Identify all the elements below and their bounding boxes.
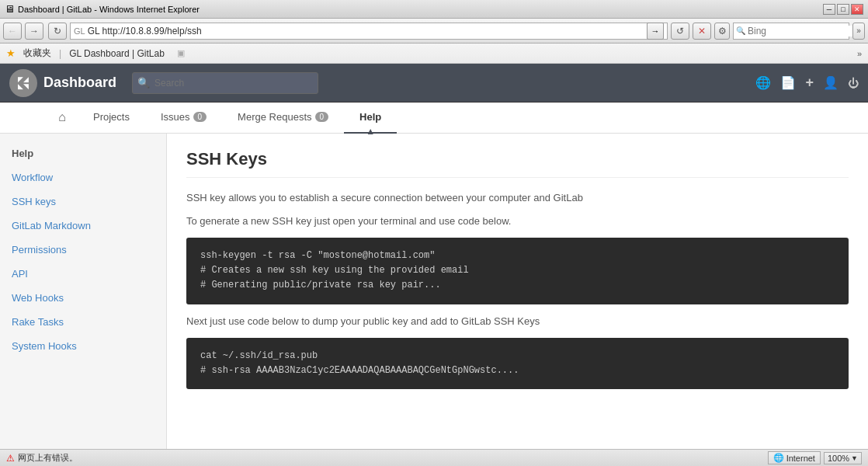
browser-search-container: 🔍 → (733, 23, 849, 40)
status-zoom[interactable]: 100% ▼ (824, 452, 862, 464)
favorites-item-gitlab[interactable]: GL Dashboard | GitLab (64, 47, 169, 60)
description-2: To generate a new SSH key just open your… (186, 214, 849, 229)
globe-button[interactable]: 🌐 (755, 75, 771, 90)
content-area: SSH Keys SSH key allows you to establish… (167, 134, 868, 449)
sidebar-title: Help (0, 141, 166, 165)
more-tools-button[interactable]: » (852, 23, 865, 40)
status-zone[interactable]: 🌐 Internet (768, 451, 821, 464)
sidebar-item-rake-tasks[interactable]: Rake Tasks (0, 310, 166, 334)
sidebar-item-workflow[interactable]: Workflow (0, 165, 166, 190)
sidebar: Help Workflow SSH keys GitLab Markdown P… (0, 134, 167, 449)
tools-button[interactable]: ⚙ (714, 23, 730, 40)
browser-search-input[interactable] (748, 26, 864, 37)
back-button[interactable]: ← (3, 23, 22, 40)
issues-badge: 0 (193, 112, 207, 122)
stop-button[interactable]: ✕ (693, 23, 711, 40)
browser-navbar: ← → ↻ GL → ↺ ✕ ⚙ 🔍 → » (0, 19, 868, 43)
status-left: ⚠ 网页上有错误。 (6, 452, 78, 464)
header-actions: 🌐 📄 + 👤 ⏻ (755, 75, 859, 91)
favorites-label: 收藏夹 (19, 46, 56, 61)
sidebar-item-api[interactable]: API (0, 262, 166, 286)
description-1: SSH key allows you to establish a secure… (186, 190, 849, 206)
merge-requests-badge: 0 (315, 112, 329, 122)
zoom-text: 100% (828, 454, 849, 463)
app-nav: ⌂ Projects Issues 0 Merge Requests 0 Hel… (0, 103, 868, 134)
zoom-arrow-icon: ▼ (851, 454, 858, 462)
favorites-separator: | (59, 48, 61, 59)
main-content: Help Workflow SSH keys GitLab Markdown P… (0, 134, 868, 449)
sidebar-item-permissions[interactable]: Permissions (0, 238, 166, 262)
code-block-1: ssh-keygen -t rsa -C "mostone@hotmail.co… (186, 238, 849, 304)
sidebar-item-ssh-keys[interactable]: SSH keys (0, 190, 166, 214)
forward-button[interactable]: → (25, 23, 43, 40)
favorites-more[interactable]: » (857, 49, 862, 58)
address-bar-container: GL → (70, 23, 668, 40)
status-error-text: 网页上有错误。 (18, 452, 78, 464)
go-button[interactable]: → (647, 23, 664, 40)
doc-button[interactable]: 📄 (780, 75, 796, 90)
tab-indicator: ▣ (177, 48, 185, 58)
nav-issues-label: Issues (161, 111, 190, 123)
refresh-nav-button[interactable]: ↺ (671, 23, 689, 40)
nav-merge-requests[interactable]: Merge Requests 0 (222, 103, 344, 134)
user-button[interactable]: 👤 (823, 75, 838, 90)
nav-active-arrow: ▲ (366, 126, 375, 137)
description-3: Next just use code below to dump your pu… (186, 314, 849, 329)
minimize-button[interactable]: ─ (823, 4, 835, 15)
nav-help-label: Help (359, 111, 381, 123)
nav-home[interactable]: ⌂ (47, 103, 78, 134)
status-right: 🌐 Internet 100% ▼ (768, 451, 862, 464)
maximize-button[interactable]: □ (837, 4, 849, 15)
refresh-button[interactable]: ↻ (48, 23, 67, 40)
nav-merge-requests-label: Merge Requests (238, 111, 311, 123)
favorites-star-icon: ★ (6, 47, 16, 59)
sidebar-item-system-hooks[interactable]: System Hooks (0, 334, 166, 358)
window-controls: ─ □ ✕ (823, 4, 863, 15)
header-search: 🔍 (132, 72, 318, 94)
app-title: Dashboard (43, 75, 116, 91)
close-button[interactable]: ✕ (851, 4, 863, 15)
browser-titlebar: 🖥 Dashboard | GitLab - Windows Internet … (0, 0, 868, 19)
code-block-2: cat ~/.ssh/id_rsa.pub # ssh-rsa AAAAB3Nz… (186, 338, 849, 389)
home-icon: ⌂ (58, 110, 66, 124)
power-button[interactable]: ⏻ (848, 77, 859, 89)
favorites-bar: ★ 收藏夹 | GL Dashboard | GitLab ▣ » (0, 43, 868, 64)
zone-text: Internet (786, 454, 815, 463)
nav-help[interactable]: Help ▲ (344, 103, 397, 134)
browser-icon: 🖥 (5, 3, 15, 15)
app-logo: ◤◢ ◣◥ Dashboard (9, 69, 116, 97)
status-warning-icon: ⚠ (6, 453, 15, 464)
logo-bottom: ◣◥ (18, 83, 29, 90)
address-icon: GL (74, 26, 85, 36)
app-header: ◤◢ ◣◥ Dashboard 🔍 🌐 📄 + 👤 ⏻ (0, 64, 868, 103)
zone-icon: 🌐 (773, 453, 784, 463)
browser-title: Dashboard | GitLab - Windows Internet Ex… (18, 5, 200, 14)
header-search-input[interactable] (132, 72, 318, 94)
nav-projects[interactable]: Projects (78, 103, 145, 134)
sidebar-item-web-hooks[interactable]: Web Hooks (0, 286, 166, 310)
logo-image: ◤◢ ◣◥ (9, 69, 37, 97)
address-bar[interactable] (88, 26, 647, 37)
nav-projects-label: Projects (93, 111, 130, 123)
sidebar-item-gitlab-markdown[interactable]: GitLab Markdown (0, 214, 166, 238)
header-search-icon: 🔍 (137, 77, 150, 89)
status-bar: ⚠ 网页上有错误。 🌐 Internet 100% ▼ (0, 449, 868, 466)
nav-issues[interactable]: Issues 0 (145, 103, 222, 134)
bing-icon: 🔍 (734, 26, 748, 35)
add-button[interactable]: + (805, 75, 814, 91)
page-title: SSH Keys (186, 149, 849, 178)
